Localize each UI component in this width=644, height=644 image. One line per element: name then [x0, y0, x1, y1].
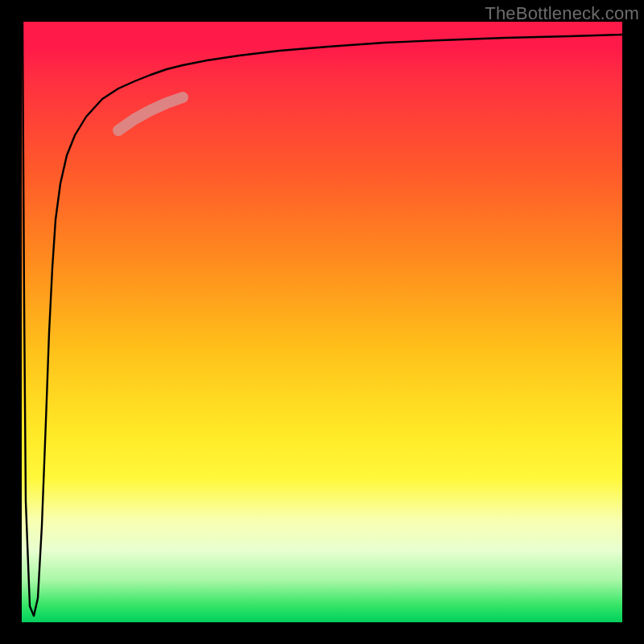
main-curve — [23, 22, 622, 616]
chart-frame: TheBottleneck.com — [0, 0, 644, 644]
plot-area — [22, 22, 622, 622]
curve-svg — [22, 22, 622, 622]
highlight-segment — [118, 97, 183, 130]
watermark-text: TheBottleneck.com — [485, 3, 639, 24]
